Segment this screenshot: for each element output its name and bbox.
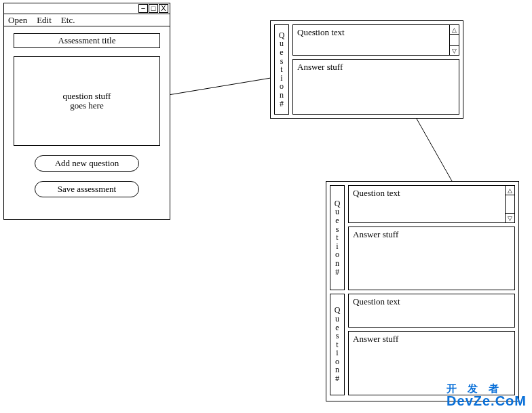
minimize-button[interactable]: − — [138, 4, 148, 13]
save-assessment-button[interactable]: Save assessment — [35, 181, 139, 197]
question-text-value: Question text — [353, 188, 400, 198]
question-card-right: Question text Answer stuff — [348, 294, 515, 395]
question-card: Q u e s t i o n # Question text △ ▽ Answ… — [330, 185, 515, 290]
scroll-down-icon[interactable]: ▽ — [450, 45, 459, 55]
question-content-area[interactable]: question stuff goes here — [14, 56, 160, 146]
question-number-label: Q u e s t i o n # — [330, 185, 345, 290]
question-number-label: Q u e s t i o n # — [330, 294, 345, 395]
window-titlebar: − □ X — [4, 3, 170, 14]
answer-text-value: Answer stuff — [353, 229, 398, 239]
close-button[interactable]: X — [159, 4, 168, 13]
question-detail-panel-list: Q u e s t i o n # Question text △ ▽ Answ… — [326, 181, 519, 401]
scroll-down-icon[interactable]: ▽ — [506, 213, 514, 222]
assessment-editor-window: − □ X Open Edit Etc. Assessment title qu… — [3, 3, 170, 220]
menubar: Open Edit Etc. — [4, 14, 170, 26]
add-new-question-button[interactable]: Add new question — [35, 155, 139, 172]
editor-body: Assessment title question stuff goes her… — [4, 26, 170, 204]
menu-edit[interactable]: Edit — [37, 15, 52, 26]
question-content-placeholder: question stuff goes here — [63, 92, 111, 111]
answer-area[interactable]: Answer stuff — [348, 227, 515, 290]
question-card: Q u e s t i o n # Question text Answer s… — [330, 294, 515, 395]
assessment-title-input[interactable]: Assessment title — [14, 33, 160, 48]
question-text-input[interactable]: Question text △ ▽ — [292, 24, 459, 56]
watermark: 开 发 者 DevZe.CoM — [446, 383, 527, 409]
question-card: Q u e s t i o n # Question text △ ▽ Answ… — [274, 24, 459, 115]
question-card-right: Question text △ ▽ Answer stuff — [292, 24, 459, 115]
save-assessment-label: Save assessment — [58, 184, 116, 195]
watermark-cn: 开 发 者 — [446, 383, 527, 393]
assessment-title-text: Assessment title — [58, 35, 116, 46]
question-text-input[interactable]: Question text — [348, 294, 515, 328]
menu-etc[interactable]: Etc. — [61, 15, 75, 26]
add-new-question-label: Add new question — [55, 158, 119, 169]
scroll-up-icon[interactable]: △ — [506, 186, 514, 195]
scrollbar[interactable]: △ ▽ — [505, 186, 514, 222]
question-text-value: Question text — [297, 27, 345, 37]
answer-text-value: Answer stuff — [353, 334, 398, 344]
question-card-right: Question text △ ▽ Answer stuff — [348, 185, 515, 290]
scroll-up-icon[interactable]: △ — [450, 25, 459, 35]
answer-area[interactable]: Answer stuff — [292, 59, 459, 115]
menu-open[interactable]: Open — [8, 15, 27, 26]
question-number-label: Q u e s t i o n # — [274, 24, 289, 115]
maximize-button[interactable]: □ — [149, 4, 158, 13]
question-text-input[interactable]: Question text △ ▽ — [348, 185, 515, 223]
question-text-value: Question text — [353, 296, 400, 307]
watermark-en: DevZe.CoM — [446, 393, 527, 408]
question-detail-panel-single: Q u e s t i o n # Question text △ ▽ Answ… — [270, 20, 463, 119]
answer-text-value: Answer stuff — [297, 62, 343, 72]
scrollbar[interactable]: △ ▽ — [449, 25, 459, 55]
